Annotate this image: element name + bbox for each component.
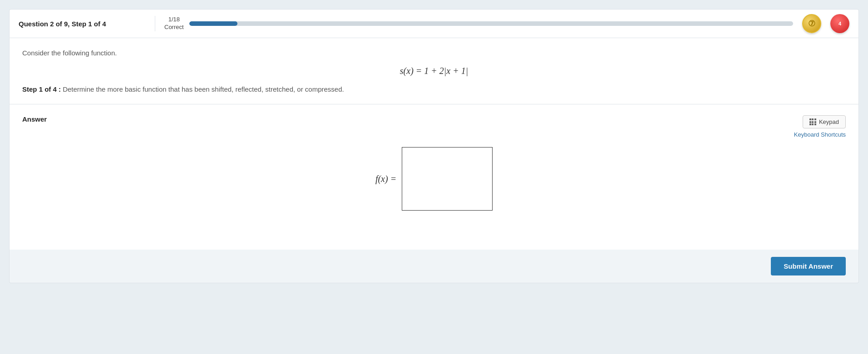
math-input-box[interactable] (402, 147, 493, 211)
answer-tools: Keypad Keyboard Shortcuts (794, 115, 846, 138)
question-intro: Consider the following function. (22, 49, 846, 57)
heart-badge: 4 (830, 14, 849, 33)
step-instruction: Step 1 of 4 : Determine the more basic f… (22, 85, 846, 93)
fx-label: f(x) = (375, 174, 396, 184)
question-title: Question 2 of 9, Step 1 of 4 (19, 20, 146, 28)
coin-badge: ⑦ (802, 14, 821, 33)
keypad-button[interactable]: Keypad (803, 115, 846, 128)
answer-header: Answer Keypad Keyboard Shortcuts (22, 115, 846, 138)
progress-section: 1/18 Correct (155, 16, 793, 31)
answer-section: Answer Keypad Keyboard Shortcuts f(x) = (10, 104, 858, 250)
progress-bar (189, 21, 793, 26)
math-input-container: f(x) = (22, 147, 846, 211)
heart-icon: 4 (838, 21, 841, 26)
question-formula: s(x) = 1 + 2|x + 1| (22, 66, 846, 76)
submit-answer-button[interactable]: Submit Answer (771, 257, 846, 275)
keyboard-shortcuts-link[interactable]: Keyboard Shortcuts (794, 131, 846, 138)
keypad-grid-icon (809, 118, 816, 125)
question-section: Consider the following function. s(x) = … (10, 38, 858, 104)
answer-label: Answer (22, 115, 47, 123)
footer-bar: Submit Answer (9, 250, 859, 283)
progress-bar-fill (189, 21, 237, 26)
coin-icon: ⑦ (808, 19, 815, 29)
progress-label: 1/18 Correct (164, 16, 184, 31)
